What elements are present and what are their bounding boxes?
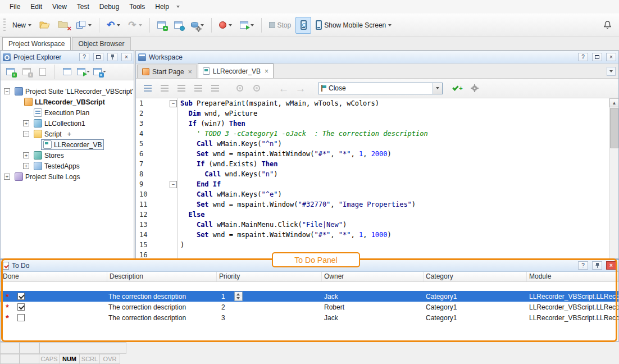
todo-cell-category[interactable]: Category1 [424, 293, 527, 301]
code-editor[interactable]: 1Sub PreparePaint(mspaint, wMain, wTools… [136, 98, 618, 258]
open-project-button[interactable] [36, 17, 53, 34]
todo-cell-done[interactable]: * [1, 293, 107, 300]
todo-column-header-category[interactable]: Category [424, 272, 527, 281]
code-line[interactable]: 12 Else [136, 210, 609, 220]
pe-edit-code-button[interactable] [60, 65, 74, 79]
editor-options-button[interactable] [467, 81, 482, 95]
toggle-breakpoint-button[interactable] [233, 81, 247, 95]
pe-run-project-button[interactable] [76, 65, 90, 79]
help-button[interactable]: ? [578, 53, 588, 61]
todo-cell-description[interactable]: The correction description [107, 314, 217, 322]
align-right-button[interactable] [191, 81, 206, 95]
add-existing-item-button[interactable] [171, 17, 186, 34]
todo-row[interactable]: *The correction description2RobertCatego… [1, 302, 618, 312]
pin-button[interactable] [107, 53, 117, 61]
workspace-tab-object-browser[interactable]: Object Browser [72, 37, 130, 50]
toolbar-grip[interactable] [3, 19, 6, 32]
close-tab-icon[interactable]: × [265, 68, 268, 75]
close-panel-button[interactable]: × [606, 261, 616, 270]
help-button[interactable]: ? [578, 261, 588, 270]
project-options-button[interactable] [188, 17, 207, 34]
add-new-item-button[interactable]: + [154, 17, 170, 34]
todo-cell-module[interactable]: LLRecorder_VBScript.LLRecorde [527, 303, 618, 311]
code-line[interactable]: 2 Dim wnd, wPicture [136, 108, 609, 119]
add-todo-item-button[interactable]: + [450, 81, 465, 95]
tree-expander-icon[interactable]: + [4, 174, 10, 180]
tree-expander-icon[interactable]: + [23, 152, 29, 158]
restore-button[interactable] [93, 53, 103, 61]
code-line[interactable]: 5 Call wMain.Keys("^n") [136, 139, 609, 149]
menu-overflow-caret-icon[interactable] [176, 6, 180, 8]
mobile-screen-toggle-button[interactable] [295, 17, 311, 34]
todo-cell-category[interactable]: Category1 [424, 303, 527, 311]
tree-item-execution-plan[interactable]: Execution Plan [1, 107, 134, 118]
todo-cell-category[interactable]: Category1 [424, 314, 527, 322]
done-checkbox[interactable] [17, 314, 25, 321]
todo-row[interactable]: *The correction description3JackCategory… [1, 312, 618, 323]
todo-cell-description[interactable]: The correction description [107, 293, 217, 301]
doc-tab-start-page[interactable]: Start Page× [137, 65, 197, 78]
tree-item-llrecorder-vb[interactable]: LLRecorder_VB [1, 139, 134, 150]
tree-expander-icon[interactable]: + [23, 120, 29, 126]
priority-spinner[interactable] [234, 292, 243, 301]
tree-item-llcollection1[interactable]: +LLCollection1 [1, 118, 134, 129]
todo-cell-done[interactable]: * [1, 314, 107, 321]
code-line[interactable]: 7 If (wnd.Exists) Then [136, 159, 609, 169]
todo-cell-priority[interactable]: 1 [217, 292, 322, 301]
routine-selector-dropdown[interactable] [433, 83, 442, 94]
show-mobile-screen-button[interactable]: Show Mobile Screen [312, 17, 395, 34]
pe-add-item-button[interactable]: + [19, 65, 34, 79]
record-button[interactable] [216, 17, 235, 34]
tree-expander-icon[interactable]: − [4, 88, 10, 94]
menu-item-view[interactable]: View [47, 1, 72, 13]
code-line[interactable]: 10 Call wMain.Keys("^e") [136, 189, 609, 199]
todo-cell-priority[interactable]: 2 [217, 303, 322, 311]
redo-button[interactable]: ↷ [125, 17, 145, 34]
tree-expander-icon[interactable]: + [23, 163, 29, 169]
code-line[interactable]: 1Sub PreparePaint(mspaint, wMain, wTools… [136, 98, 609, 108]
navigate-back-button[interactable]: ← [276, 81, 291, 95]
fold-marker-icon[interactable] [169, 98, 178, 108]
check-syntax-button[interactable] [140, 81, 155, 95]
menu-item-debug[interactable]: Debug [94, 1, 124, 13]
menu-item-edit[interactable]: Edit [25, 1, 47, 13]
todo-cell-owner[interactable]: Robert [322, 303, 424, 311]
todo-cell-done[interactable]: * [1, 303, 107, 311]
code-line[interactable]: 13 Call wMain.MainMenu.Click("File|New") [136, 220, 609, 230]
run-button[interactable] [236, 17, 257, 34]
todo-cell-owner[interactable]: Jack [322, 314, 424, 322]
todo-cell-module[interactable]: LLRecorder_VBScript.LLRecorde [527, 293, 618, 301]
code-line[interactable]: 8 Call wnd.Keys("n") [136, 169, 609, 179]
undo-button[interactable]: ↶ [103, 17, 124, 34]
code-line[interactable]: 4 ' TODO 3 -cCategory1 -oJack : The corr… [136, 129, 609, 139]
tree-item-add-icon[interactable]: + [67, 130, 71, 138]
pin-button[interactable] [592, 261, 602, 270]
todo-column-header-owner[interactable]: Owner [322, 272, 424, 281]
stop-button[interactable]: Stop [266, 17, 295, 34]
code-line[interactable]: 15) [136, 240, 609, 250]
todo-column-header-priority[interactable]: Priority [217, 272, 322, 281]
tree-expander-icon[interactable]: − [23, 131, 29, 137]
todo-cell-description[interactable]: The correction description [107, 303, 217, 311]
align-justify-button[interactable] [208, 81, 222, 95]
todo-column-header-module[interactable]: Module [527, 272, 618, 281]
document-list-button[interactable] [607, 67, 616, 76]
tree-item-project-suite-logs[interactable]: +Project Suite Logs [1, 171, 134, 182]
documents-button[interactable] [73, 17, 95, 34]
restore-button[interactable] [592, 53, 602, 61]
notifications-button[interactable] [599, 17, 616, 34]
code-line[interactable]: 16 [136, 250, 609, 258]
todo-cell-owner[interactable]: Jack [322, 293, 424, 301]
scroll-up-icon[interactable]: ▲ [609, 98, 618, 107]
help-button[interactable]: ? [79, 53, 89, 61]
watch-button[interactable] [249, 81, 264, 95]
code-line[interactable]: 14 Set wnd = mspaint.WaitWindow("#*", "*… [136, 230, 609, 240]
workspace-tab-project-workspace[interactable]: Project Workspace [2, 37, 71, 50]
code-line[interactable]: 11 Set wnd = mspaint.Window("#32770", "I… [136, 199, 609, 210]
pe-add-new-item-button[interactable]: + [3, 65, 17, 79]
tree-item-llrecorder-vbscript[interactable]: LLRecorder_VBScript [1, 97, 134, 107]
navigate-forward-button[interactable]: → [293, 81, 308, 95]
tree-item-project-suite-llrecorder-vbscript[interactable]: −Project Suite 'LLRecorder_VBScript' [1, 86, 134, 97]
close-panel-button[interactable]: × [606, 53, 616, 61]
menu-item-test[interactable]: Test [72, 1, 94, 13]
